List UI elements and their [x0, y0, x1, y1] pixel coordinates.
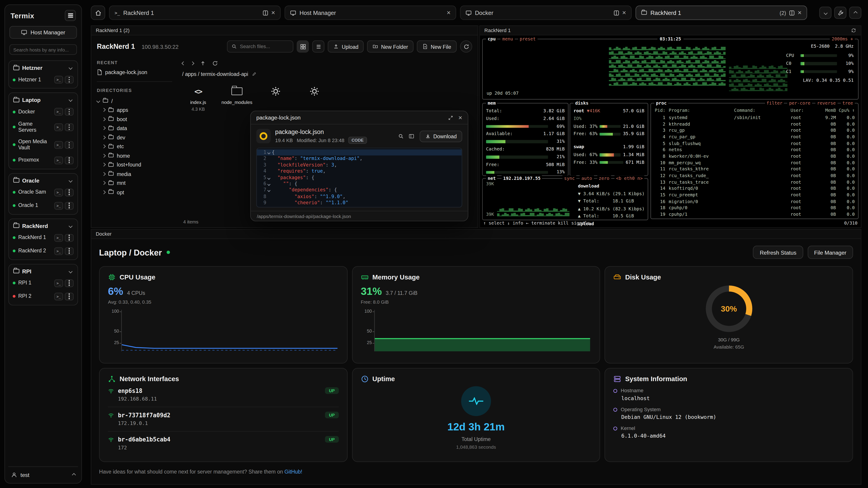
host-item[interactable]: RackNerd 2>_: [11, 245, 76, 258]
tabs-dropdown-button[interactable]: [819, 6, 831, 19]
ssh-connect-button[interactable]: >_: [54, 293, 63, 300]
tree-item[interactable]: dev: [97, 133, 172, 142]
process-row[interactable]: 15rcu_preemptroot0B0.0: [654, 192, 855, 199]
new-folder-button[interactable]: New Folder: [367, 40, 414, 53]
net-control[interactable]: <b eth0 n>: [614, 175, 645, 182]
up-directory-icon[interactable]: [200, 60, 206, 66]
host-group-header[interactable]: Laptop: [11, 95, 76, 105]
download-button[interactable]: Download: [420, 130, 462, 142]
process-row[interactable]: 2kthreaddroot0B0.0: [654, 121, 855, 128]
net-control[interactable]: zero: [597, 175, 611, 182]
tree-item[interactable]: opt: [97, 188, 172, 197]
host-item[interactable]: Proxmox>_: [11, 154, 76, 167]
file-tile[interactable]: [260, 85, 292, 112]
fold-toggle[interactable]: [266, 187, 272, 194]
ssh-connect-button[interactable]: >_: [54, 123, 63, 131]
file-tile[interactable]: <>index.js4.3 KB: [182, 85, 214, 112]
file-tile[interactable]: node_modules: [221, 85, 253, 112]
host-item[interactable]: Oracle Sam>_: [11, 186, 76, 199]
close-tab-icon[interactable]: ×: [622, 9, 626, 16]
process-row[interactable]: 16migration/0root0B0.0: [654, 199, 855, 205]
host-menu-button[interactable]: [65, 156, 74, 164]
tree-item[interactable]: data: [97, 124, 172, 133]
host-item[interactable]: RPI 1>_: [11, 276, 76, 290]
github-link[interactable]: GitHub!: [284, 468, 302, 475]
proc-control[interactable]: reverse: [815, 100, 837, 107]
host-group-header[interactable]: RackNerd: [11, 221, 76, 231]
search-in-file-icon[interactable]: [398, 133, 404, 139]
host-manager-button[interactable]: Host Manager: [9, 26, 77, 39]
list-view-button[interactable]: [312, 40, 324, 53]
tab-racknerd-1-3[interactable]: RackNerd 1(2)×: [636, 5, 807, 20]
process-row[interactable]: 6netnsroot0B0.0: [654, 147, 855, 153]
close-modal-icon[interactable]: ×: [458, 114, 462, 121]
host-menu-button[interactable]: [65, 141, 74, 149]
process-row[interactable]: 3rcu_gproot0B0.0: [654, 127, 855, 134]
sidebar-menu-button[interactable]: [65, 10, 76, 21]
tree-item[interactable]: boot: [97, 115, 172, 124]
ssh-connect-button[interactable]: >_: [54, 188, 63, 196]
edit-path-icon[interactable]: [252, 71, 257, 76]
fold-toggle[interactable]: [266, 149, 272, 156]
collapse-button[interactable]: [849, 6, 862, 19]
proc-control[interactable]: per-core: [787, 100, 812, 107]
host-menu-button[interactable]: [65, 279, 74, 287]
host-menu-button[interactable]: [65, 123, 74, 131]
process-row[interactable]: 10mm_percpu_wqroot0B0.0: [654, 160, 855, 166]
host-item[interactable]: Docker>_: [11, 105, 76, 119]
host-group-header[interactable]: Oracle: [11, 175, 76, 186]
host-menu-button[interactable]: [65, 76, 74, 84]
file-manager-open-button[interactable]: File Manager: [807, 246, 853, 259]
host-menu-button[interactable]: [65, 202, 74, 209]
file-search[interactable]: [227, 40, 293, 53]
net-control[interactable]: sync: [562, 175, 577, 182]
split-view-icon[interactable]: [263, 10, 268, 15]
breadcrumb[interactable]: / apps / termix-download-api: [181, 70, 473, 79]
terminal-screen[interactable]: cpu menu preset 03:31:25 2000ms + ▅▁▃▆▄▁…: [480, 35, 861, 228]
tree-item[interactable]: home: [97, 151, 172, 160]
file-search-input[interactable]: [240, 43, 289, 49]
process-row[interactable]: 11rcu_tasks_kthreroot0B0.0: [654, 166, 855, 173]
ssh-connect-button[interactable]: >_: [54, 108, 63, 116]
host-item[interactable]: Open Media Vault>_: [11, 136, 76, 154]
proc-control[interactable]: tree: [841, 100, 855, 107]
upload-button[interactable]: Upload: [328, 40, 364, 53]
ssh-connect-button[interactable]: >_: [54, 76, 63, 84]
process-row[interactable]: 14ksoftirqd/0root0B0.0: [654, 186, 855, 192]
home-button[interactable]: [91, 5, 105, 20]
ssh-connect-button[interactable]: >_: [54, 202, 63, 209]
host-item[interactable]: RPI 2>_: [11, 290, 76, 303]
ssh-connect-button[interactable]: >_: [54, 141, 63, 149]
host-menu-button[interactable]: [65, 188, 74, 196]
fold-toggle[interactable]: [266, 175, 272, 181]
process-row[interactable]: 12rcu_tasks_rude_root0B0.0: [654, 173, 855, 180]
file-tile[interactable]: [298, 85, 331, 112]
host-item[interactable]: Hetzner 1>_: [11, 73, 76, 86]
ssh-connect-button[interactable]: >_: [54, 156, 63, 164]
forward-icon[interactable]: [190, 61, 194, 65]
tree-item[interactable]: apps: [97, 105, 172, 115]
process-row[interactable]: 13rcu_tasks_traceroot0B0.0: [654, 179, 855, 186]
proc-control[interactable]: filter: [765, 100, 784, 107]
refresh-status-button[interactable]: Refresh Status: [753, 246, 803, 259]
process-row[interactable]: 19cpuhp/1root0B0.0: [654, 212, 855, 217]
panel-view-icon[interactable]: [409, 133, 414, 139]
close-tab-icon[interactable]: ×: [447, 9, 451, 16]
ssh-connect-button[interactable]: >_: [54, 279, 63, 287]
host-menu-button[interactable]: [65, 234, 74, 241]
new-file-button[interactable]: New File: [417, 40, 457, 53]
process-row[interactable]: 1systemd/sbin/initroot9.2M0.0: [654, 115, 855, 121]
host-item[interactable]: RackNerd 1>_: [11, 231, 76, 245]
refresh-icon[interactable]: [212, 60, 218, 66]
split-view-icon[interactable]: [789, 10, 794, 15]
tab-racknerd-1-0[interactable]: >_RackNerd 1×: [109, 5, 281, 20]
process-row[interactable]: 5slub_flushwqroot0B0.0: [654, 140, 855, 147]
recent-file-item[interactable]: package-lock.json: [97, 69, 172, 75]
host-group-header[interactable]: RPI: [11, 266, 76, 276]
host-menu-button[interactable]: [65, 108, 74, 116]
host-menu-button[interactable]: [65, 247, 74, 255]
net-control[interactable]: auto: [580, 175, 594, 182]
ssh-connect-button[interactable]: >_: [54, 247, 63, 255]
btop-preset[interactable]: preset: [518, 36, 537, 42]
process-row[interactable]: 4rcu_par_gproot0B0.0: [654, 134, 855, 140]
